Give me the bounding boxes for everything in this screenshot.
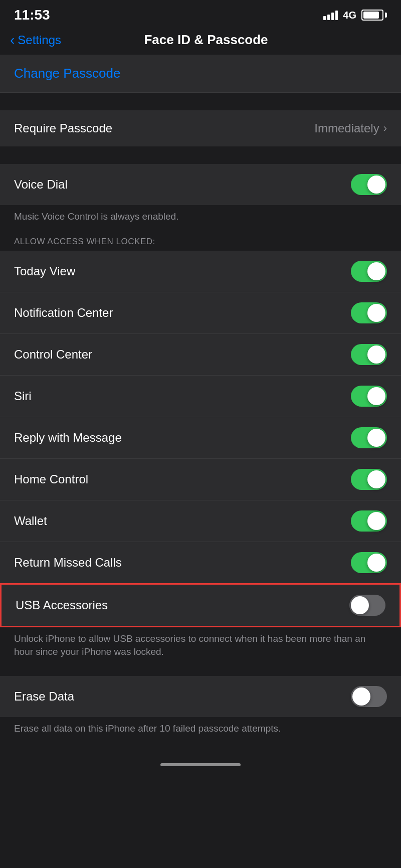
return-missed-calls-row: Return Missed Calls — [0, 542, 401, 583]
notification-center-row: Notification Center — [0, 292, 401, 334]
battery-body — [361, 10, 383, 21]
return-missed-calls-toggle[interactable] — [351, 552, 387, 573]
siri-label: Siri — [14, 389, 32, 403]
toggle-knob — [367, 429, 385, 447]
status-time: 11:53 — [14, 7, 50, 23]
erase-data-label: Erase Data — [14, 689, 74, 704]
signal-bar-2 — [327, 15, 330, 20]
erase-data-row: Erase Data — [0, 676, 401, 717]
require-passcode-section: Require Passcode Immediately › — [0, 110, 401, 146]
require-passcode-value-text: Immediately — [314, 121, 379, 135]
back-arrow-icon: ‹ — [10, 33, 15, 47]
bottom-area — [0, 742, 401, 772]
status-bar: 11:53 4G — [0, 0, 401, 27]
allow-access-section: Today View Notification Center Control C… — [0, 251, 401, 583]
siri-toggle[interactable] — [351, 386, 387, 407]
signal-bars-icon — [323, 10, 338, 20]
require-passcode-label: Require Passcode — [14, 121, 112, 135]
reply-with-message-label: Reply with Message — [14, 431, 122, 445]
home-control-row: Home Control — [0, 459, 401, 500]
home-control-label: Home Control — [14, 472, 88, 486]
toggle-knob — [367, 345, 385, 364]
toggle-knob — [351, 596, 369, 614]
control-center-row: Control Center — [0, 334, 401, 376]
voice-dial-row: Voice Dial — [0, 164, 401, 205]
require-passcode-value: Immediately › — [314, 121, 387, 135]
wallet-label: Wallet — [14, 514, 47, 528]
toggle-knob — [367, 304, 385, 322]
toggle-knob — [352, 687, 370, 706]
toggle-knob — [367, 554, 385, 572]
battery-fill — [363, 12, 379, 19]
status-icons: 4G — [323, 10, 387, 21]
voice-dial-toggle[interactable] — [351, 174, 387, 195]
home-control-toggle[interactable] — [351, 469, 387, 490]
chevron-right-icon: › — [383, 122, 387, 135]
require-passcode-row[interactable]: Require Passcode Immediately › — [0, 110, 401, 146]
reply-with-message-row: Reply with Message — [0, 417, 401, 459]
erase-data-toggle[interactable] — [351, 686, 387, 707]
control-center-toggle[interactable] — [351, 344, 387, 365]
gap-2 — [0, 146, 401, 164]
return-missed-calls-label: Return Missed Calls — [14, 556, 122, 570]
gap-3 — [0, 666, 401, 676]
change-passcode-label: Change Passcode — [14, 66, 120, 81]
control-center-label: Control Center — [14, 348, 92, 362]
home-indicator — [160, 763, 241, 766]
signal-bar-1 — [323, 16, 326, 20]
toggle-knob — [367, 262, 385, 280]
today-view-toggle[interactable] — [351, 261, 387, 282]
notification-center-label: Notification Center — [14, 306, 113, 320]
usb-accessories-label: USB Accessories — [16, 598, 108, 612]
toggle-knob — [367, 470, 385, 488]
toggle-knob — [367, 387, 385, 405]
voice-dial-label: Voice Dial — [14, 178, 68, 192]
battery-tip — [385, 13, 387, 18]
wallet-row: Wallet — [0, 500, 401, 542]
wallet-toggle[interactable] — [351, 510, 387, 532]
notification-center-toggle[interactable] — [351, 302, 387, 323]
network-label: 4G — [343, 10, 356, 21]
change-passcode-section: Change Passcode — [0, 55, 401, 93]
signal-bar-3 — [331, 13, 334, 20]
erase-data-section: Erase Data — [0, 676, 401, 717]
usb-accessories-row: USB Accessories — [0, 583, 401, 627]
signal-bar-4 — [335, 11, 338, 20]
allow-access-header-text: ALLOW ACCESS WHEN LOCKED: — [14, 237, 155, 246]
battery-icon — [361, 10, 387, 21]
back-button[interactable]: ‹ Settings — [10, 33, 61, 47]
toggle-knob — [367, 512, 385, 530]
usb-accessories-note: Unlock iPhone to allow USB accessories t… — [0, 627, 401, 666]
toggle-knob — [367, 176, 385, 194]
change-passcode-row[interactable]: Change Passcode — [0, 55, 401, 93]
gap-1 — [0, 93, 401, 110]
page-title: Face ID & Passcode — [61, 32, 351, 48]
today-view-label: Today View — [14, 264, 75, 278]
voice-dial-section: Voice Dial — [0, 164, 401, 205]
allow-access-header: ALLOW ACCESS WHEN LOCKED: — [0, 231, 401, 251]
voice-dial-note: Music Voice Control is always enabled. — [0, 205, 401, 231]
erase-data-note: Erase all data on this iPhone after 10 f… — [0, 717, 401, 743]
nav-bar: ‹ Settings Face ID & Passcode — [0, 27, 401, 55]
today-view-row: Today View — [0, 251, 401, 292]
back-label: Settings — [18, 33, 61, 47]
reply-with-message-toggle[interactable] — [351, 427, 387, 448]
siri-row: Siri — [0, 376, 401, 417]
usb-accessories-toggle[interactable] — [349, 595, 385, 616]
